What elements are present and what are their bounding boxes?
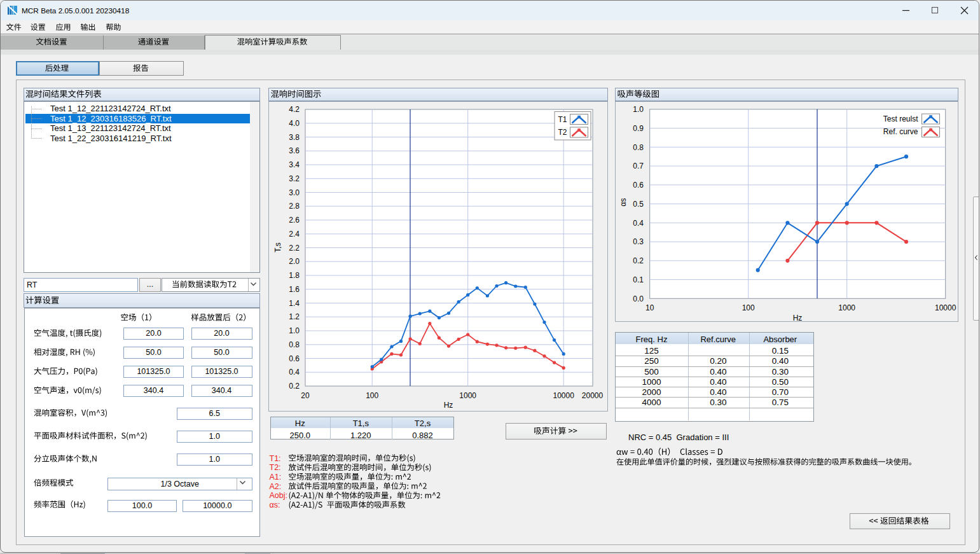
svg-text:2.0: 2.0 [289,257,300,266]
svg-text:1.4: 1.4 [289,299,300,308]
svg-text:Hz: Hz [444,401,453,410]
svg-text:0.9: 0.9 [633,124,644,133]
svg-text:0.5: 0.5 [633,200,644,209]
svg-text:3.0: 3.0 [289,188,300,197]
svg-text:10000: 10000 [935,303,956,312]
svg-text:10000: 10000 [553,391,575,400]
svg-text:0.0: 0.0 [633,294,644,303]
svg-text:3.8: 3.8 [289,133,300,142]
svg-text:T,s: T,s [273,242,282,252]
svg-text:2.8: 2.8 [289,202,300,211]
svg-text:10: 10 [645,303,654,312]
svg-text:0.4: 0.4 [289,368,300,377]
svg-text:0.8: 0.8 [289,340,300,349]
svg-text:Aobj:: Aobj: [270,491,288,500]
svg-text:20: 20 [301,391,310,400]
svg-text:αs: αs [619,198,628,207]
svg-text:0.4: 0.4 [633,219,644,228]
svg-text:Hz: Hz [793,314,803,322]
svg-text:1000: 1000 [459,391,476,400]
svg-text:4.0: 4.0 [289,119,300,128]
svg-text:0.7: 0.7 [633,162,644,170]
svg-text:20000: 20000 [582,391,604,400]
svg-text:0.1: 0.1 [633,275,644,284]
svg-text:3.6: 3.6 [289,146,300,155]
svg-text:T2:: T2: [270,463,281,472]
svg-text:T1: T1 [558,115,567,124]
svg-text:A2:: A2: [270,482,282,491]
svg-text:0.8: 0.8 [633,143,644,152]
svg-text:100: 100 [366,391,378,400]
svg-text:1.8: 1.8 [289,271,300,280]
svg-text:1000: 1000 [838,303,855,312]
svg-text:Test reulst: Test reulst [883,114,918,123]
svg-text:100: 100 [742,303,755,312]
svg-text:0.2: 0.2 [289,382,300,391]
svg-text:2.2: 2.2 [289,244,300,253]
svg-text:T1:: T1: [270,454,281,463]
svg-text:0.6: 0.6 [633,181,644,190]
svg-text:0.6: 0.6 [289,354,300,363]
svg-text:0.3: 0.3 [633,237,644,246]
svg-text:2.6: 2.6 [289,216,300,225]
svg-text:A1:: A1: [270,473,282,481]
svg-text:T2: T2 [558,128,567,137]
svg-text:4.2: 4.2 [289,105,300,114]
svg-text:1.0: 1.0 [633,105,644,114]
svg-text:1.2: 1.2 [289,312,300,321]
svg-text:αs:: αs: [270,501,280,509]
svg-text:0.2: 0.2 [633,256,644,265]
svg-text:3.2: 3.2 [289,174,300,183]
svg-text:2.4: 2.4 [289,230,300,239]
svg-text:3.4: 3.4 [289,160,300,169]
svg-text:1.0: 1.0 [289,326,300,335]
svg-text:Ref. curve: Ref. curve [883,127,918,136]
svg-text:1.6: 1.6 [289,285,300,294]
